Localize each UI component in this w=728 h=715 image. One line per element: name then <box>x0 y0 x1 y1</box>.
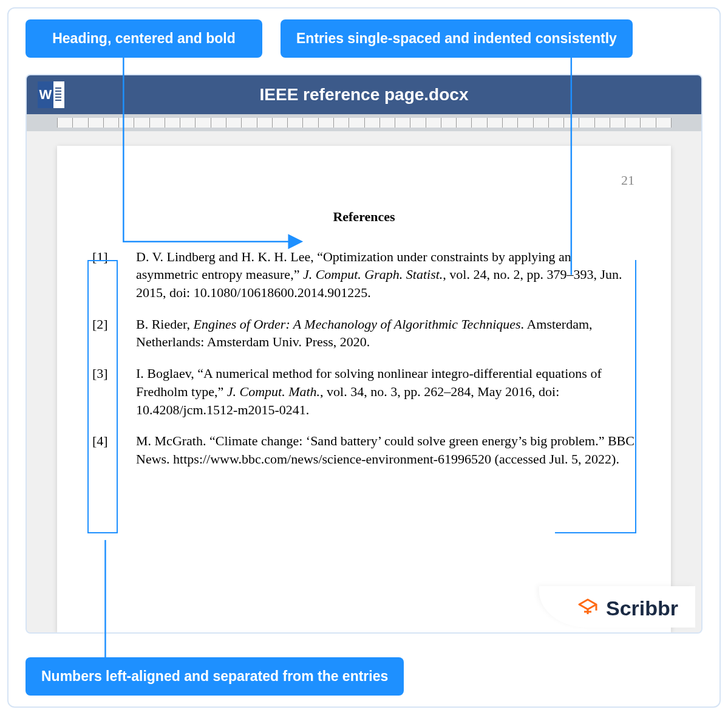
document-body: 21 References [1] D. V. Lindberg and H. … <box>27 131 701 632</box>
page-number: 21 <box>621 171 634 190</box>
titlebar: W IEEE reference page.docx <box>27 75 701 114</box>
ruler <box>27 114 701 131</box>
brand-name: Scribbr <box>606 597 678 620</box>
callout-numbers: Numbers left-aligned and separated from … <box>26 657 404 696</box>
page: 21 References [1] D. V. Lindberg and H. … <box>57 146 671 632</box>
reference-row: [3] I. Boglaev, “A numerical method for … <box>92 364 636 419</box>
reference-row: [4] M. McGrath. “Climate change: ‘Sand b… <box>92 432 636 468</box>
callout-entries: Entries single-spaced and indented consi… <box>281 19 633 58</box>
outer-frame: Heading, centered and bold Entries singl… <box>7 7 721 708</box>
reference-row: [2] B. Rieder, Engines of Order: A Mecha… <box>92 315 636 351</box>
brand-badge: Scribbr <box>539 586 695 628</box>
entries-highlight-box <box>555 260 636 533</box>
reference-row: [1] D. V. Lindberg and H. K. H. Lee, “Op… <box>92 248 636 302</box>
scribbr-logo-icon <box>576 596 600 620</box>
number-highlight-box <box>87 260 118 533</box>
word-icon: W <box>38 81 64 108</box>
reference-list: [1] D. V. Lindberg and H. K. H. Lee, “Op… <box>92 248 636 468</box>
references-heading: References <box>92 208 636 226</box>
callout-heading: Heading, centered and bold <box>26 19 262 58</box>
document-title: IEEE reference page.docx <box>260 85 469 104</box>
document-window: W IEEE reference page.docx 21 References… <box>26 74 702 634</box>
